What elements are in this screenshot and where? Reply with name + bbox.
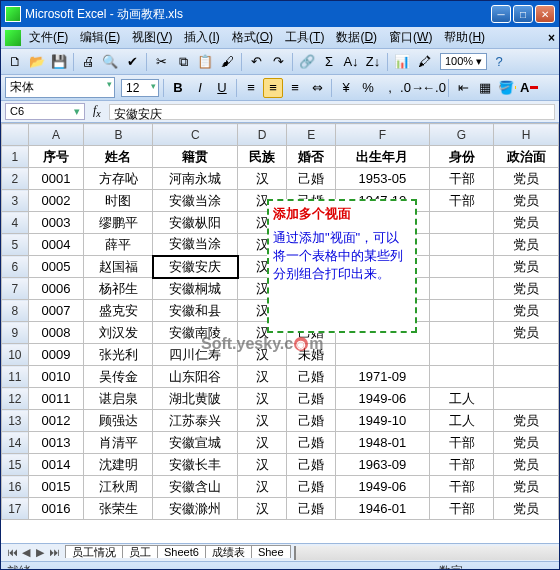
cell[interactable]	[429, 212, 494, 234]
col-header-H[interactable]: H	[494, 124, 559, 146]
sheet-tab[interactable]: 成绩表	[205, 545, 252, 558]
cut-icon[interactable]: ✂	[151, 52, 171, 72]
spell-icon[interactable]: ✔	[122, 52, 142, 72]
cell[interactable]: 1963-09	[336, 454, 430, 476]
cell[interactable]: 0008	[28, 322, 84, 344]
cell[interactable]	[429, 300, 494, 322]
cell[interactable]: 方存吣	[84, 168, 153, 190]
cell[interactable]: 肖清平	[84, 432, 153, 454]
cell[interactable]: 0001	[28, 168, 84, 190]
comment-callout[interactable]: 添加多个视面 通过添加"视面"，可以将一个表格中的某些列分别组合打印出来。	[267, 199, 417, 333]
cell[interactable]: 党员	[494, 432, 559, 454]
cell[interactable]: 己婚	[287, 366, 336, 388]
col-header-A[interactable]: A	[28, 124, 84, 146]
cell[interactable]: 党员	[494, 322, 559, 344]
cell[interactable]: 安徽桐城	[153, 278, 238, 300]
cell[interactable]: 安徽安庆	[153, 256, 238, 278]
cell[interactable]: 杨祁生	[84, 278, 153, 300]
cell[interactable]: 赵国福	[84, 256, 153, 278]
borders-icon[interactable]: ▦	[475, 78, 495, 98]
undo-icon[interactable]: ↶	[246, 52, 266, 72]
help-icon[interactable]: ?	[489, 52, 509, 72]
cell[interactable]: 己婚	[287, 168, 336, 190]
cell[interactable]: 党员	[494, 212, 559, 234]
cell[interactable]: 身份	[429, 146, 494, 168]
cell[interactable]: 党员	[494, 300, 559, 322]
cell[interactable]: 籍贯	[153, 146, 238, 168]
cell[interactable]: 己婚	[287, 410, 336, 432]
menu-v[interactable]: 视图(V)	[130, 30, 174, 44]
row-header-4[interactable]: 4	[2, 212, 29, 234]
cell[interactable]	[429, 256, 494, 278]
cell[interactable]	[494, 344, 559, 366]
maximize-button[interactable]: □	[513, 5, 533, 23]
dec-decimal-icon[interactable]: ←.0	[424, 78, 444, 98]
col-header-D[interactable]: D	[238, 124, 287, 146]
col-header-B[interactable]: B	[84, 124, 153, 146]
cell[interactable]: 时图	[84, 190, 153, 212]
cell[interactable]: 0011	[28, 388, 84, 410]
cell[interactable]: 己婚	[287, 498, 336, 520]
cell[interactable]	[336, 344, 430, 366]
cell[interactable]: 1949-10	[336, 410, 430, 432]
menu-i[interactable]: 插入(I)	[182, 30, 221, 44]
cell[interactable]: 安徽当涂	[153, 190, 238, 212]
menu-h[interactable]: 帮助(H)	[442, 30, 487, 44]
cell[interactable]: 党员	[494, 410, 559, 432]
cell[interactable]: 湖北黄陂	[153, 388, 238, 410]
row-header-8[interactable]: 8	[2, 300, 29, 322]
indent-icon[interactable]: ⇤	[453, 78, 473, 98]
cell[interactable]: 0005	[28, 256, 84, 278]
hyperlink-icon[interactable]: 🔗	[297, 52, 317, 72]
drawing-icon[interactable]: 🖍	[414, 52, 434, 72]
chart-icon[interactable]: 📊	[392, 52, 412, 72]
comma-icon[interactable]: ,	[380, 78, 400, 98]
cell[interactable]: 1946-01	[336, 498, 430, 520]
cell[interactable]: 盛克安	[84, 300, 153, 322]
fx-icon[interactable]: fx	[93, 103, 101, 119]
cell[interactable]: 1953-05	[336, 168, 430, 190]
save-icon[interactable]: 💾	[49, 52, 69, 72]
cell[interactable]: 己婚	[287, 476, 336, 498]
cell[interactable]: 干部	[429, 476, 494, 498]
cell[interactable]: 缪鹏平	[84, 212, 153, 234]
cell[interactable]: 山东阳谷	[153, 366, 238, 388]
cell[interactable]	[429, 234, 494, 256]
cell[interactable]: 薛平	[84, 234, 153, 256]
cell[interactable]: 己婚	[287, 454, 336, 476]
menu-w[interactable]: 窗口(W)	[387, 30, 434, 44]
menu-f[interactable]: 文件(F)	[27, 30, 70, 44]
row-header-6[interactable]: 6	[2, 256, 29, 278]
cell[interactable]: 安徽含山	[153, 476, 238, 498]
inc-decimal-icon[interactable]: .0→	[402, 78, 422, 98]
cell[interactable]	[494, 388, 559, 410]
cell[interactable]: 汉	[238, 498, 287, 520]
cell[interactable]: 干部	[429, 190, 494, 212]
new-icon[interactable]: 🗋	[5, 52, 25, 72]
cell[interactable]: 安徽长丰	[153, 454, 238, 476]
cell[interactable]: 谌启泉	[84, 388, 153, 410]
sheet-tab[interactable]: Shee	[251, 545, 291, 558]
cell[interactable]: 党员	[494, 256, 559, 278]
worksheet-grid[interactable]: ABCDEFGH 1序号姓名籍贯民族婚否出生年月身份政治面20001方存吣河南永…	[1, 123, 559, 543]
cell[interactable]: 1948-01	[336, 432, 430, 454]
sort-desc-icon[interactable]: Z↓	[363, 52, 383, 72]
cell[interactable]: 安徽和县	[153, 300, 238, 322]
cell[interactable]: 党员	[494, 278, 559, 300]
currency-icon[interactable]: ¥	[336, 78, 356, 98]
cell[interactable]: 沈建明	[84, 454, 153, 476]
row-header-14[interactable]: 14	[2, 432, 29, 454]
cell[interactable]: 0015	[28, 476, 84, 498]
font-combo[interactable]: 宋体	[5, 77, 115, 98]
tab-nav[interactable]: ⏮◀▶⏭	[5, 546, 61, 559]
row-header-16[interactable]: 16	[2, 476, 29, 498]
cell[interactable]: 汉	[238, 432, 287, 454]
horiz-scrollbar[interactable]	[294, 546, 559, 560]
cell[interactable]: 汉	[238, 410, 287, 432]
cell[interactable]: 吴传金	[84, 366, 153, 388]
copy-icon[interactable]: ⧉	[173, 52, 193, 72]
cell[interactable]: 党员	[494, 168, 559, 190]
italic-icon[interactable]: I	[190, 78, 210, 98]
cell[interactable]: 河南永城	[153, 168, 238, 190]
col-header-E[interactable]: E	[287, 124, 336, 146]
